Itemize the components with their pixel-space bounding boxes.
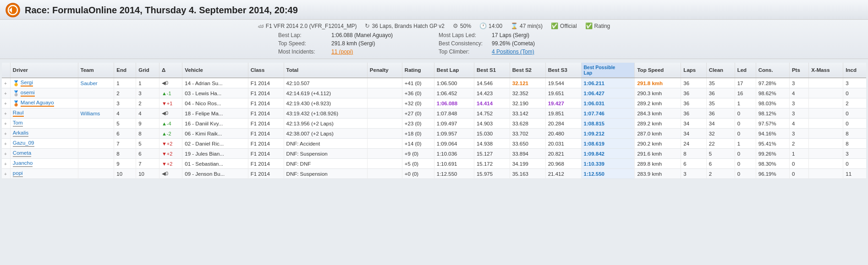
s3-value: 20.968 — [548, 161, 564, 167]
track-icon: ↻ — [365, 22, 370, 29]
expand-button[interactable]: + — [4, 81, 7, 86]
col-driver: Driver — [10, 63, 78, 78]
cons-cell: 95.41% — [756, 139, 789, 149]
driver-name-link[interactable]: osemi — [21, 90, 35, 97]
team-cell: Sauber — [78, 78, 114, 88]
medal-icon: 🥉 — [13, 100, 19, 107]
driver-cell: 🥇 Sergi — [10, 78, 78, 88]
end-cell: 3 — [114, 98, 136, 108]
class-cell: F1 2014 — [248, 78, 284, 88]
delta-cell: ◀0 — [159, 108, 182, 119]
vehicle-cell: 14 - Adrian Su... — [182, 78, 248, 88]
col-total: Total — [284, 63, 367, 78]
top-speed-cell: 287.0 kmh — [635, 129, 681, 139]
expand-cell: + — [2, 88, 10, 98]
expand-button[interactable]: + — [4, 151, 7, 157]
class-cell: F1 2014 — [248, 169, 284, 179]
top-speed-value: 284.3 kmh — [637, 111, 662, 116]
laps-cell: 34 — [681, 129, 706, 139]
expand-cell: + — [2, 98, 10, 108]
end-cell: 7 — [114, 139, 136, 149]
driver-name-link[interactable]: Tom — [13, 120, 23, 127]
incd-cell: 0 — [843, 119, 866, 129]
expand-button[interactable]: + — [4, 172, 7, 177]
pts-cell: 3 — [789, 78, 808, 88]
table-row: + popi 10 10 ◀0 09 - Jenson Bu... F1 201… — [2, 169, 866, 179]
end-cell: 1 — [114, 78, 136, 88]
top-speed-cell: 283.9 kmh — [635, 169, 681, 179]
expand-button[interactable]: + — [4, 162, 7, 167]
driver-name-link[interactable]: Sergi — [21, 80, 33, 87]
expand-button[interactable]: + — [4, 131, 7, 136]
expand-button[interactable]: + — [4, 111, 7, 116]
driver-name-link[interactable]: popi — [13, 170, 23, 177]
top-speed-cell: 291.6 kmh — [635, 149, 681, 159]
driver-name-link[interactable]: Juancho — [13, 160, 33, 167]
xmass-cell — [809, 169, 843, 179]
xmass-cell — [809, 108, 843, 119]
led-cell: 16 — [735, 88, 756, 98]
s2-value: 32.190 — [512, 101, 528, 106]
best-s2-cell: 33.702 — [510, 129, 545, 139]
best-s1-cell: 15.975 — [474, 169, 510, 179]
best-s3-cell: 21.412 — [545, 169, 581, 179]
class-cell: F1 2014 — [248, 159, 284, 169]
best-s3-cell: 19.427 — [545, 98, 581, 108]
table-row: + Raul Williams 4 4 ◀0 18 - Felipe Ma...… — [2, 108, 866, 119]
total-cell: 43:19.432 (+1:08.926) — [284, 108, 367, 119]
col-incd: Incd — [843, 63, 866, 78]
s2-value: 33.142 — [512, 111, 528, 116]
best-lap-value: 1:06.452 — [437, 91, 457, 96]
s3-value: 20.821 — [548, 151, 564, 157]
grid-cell: 1 — [136, 78, 159, 88]
vehicle-cell: 06 - Kimi Raik... — [182, 129, 248, 139]
penalty-cell — [367, 139, 402, 149]
incd-cell: 11 — [843, 169, 866, 179]
delta-down-icon: ▼+2 — [162, 141, 172, 146]
driver-name-link[interactable]: Gazu_09 — [13, 140, 34, 147]
team-cell — [78, 88, 114, 98]
expand-button[interactable]: + — [4, 141, 7, 146]
expand-button[interactable]: + — [4, 101, 7, 106]
top-speed-value: 287.0 kmh — [637, 131, 662, 136]
s1-value: 14.546 — [477, 81, 493, 86]
incd-cell: 3 — [843, 149, 866, 159]
top-speed-cell: 290.3 kmh — [635, 88, 681, 98]
driver-name-link[interactable]: Arkalis — [13, 130, 29, 137]
best-lap-cell: 1:06.088 — [434, 98, 474, 108]
team-name-link[interactable]: Sauber — [81, 81, 98, 86]
medal-icon: 🥇 — [13, 80, 19, 87]
best-possible-cell: 1:08.815 — [581, 119, 635, 129]
vehicle-cell: 03 - Lewis Ha... — [182, 88, 248, 98]
table-row: + 🥇 Sergi Sauber 1 1 ◀0 14 - Adrian Su..… — [2, 78, 866, 88]
results-table-container: Driver Team End Grid Δ Vehicle Class Tot… — [0, 59, 868, 181]
s2-value: 33.650 — [512, 141, 528, 146]
clean-cell: 6 — [706, 159, 735, 169]
best-lap-value: 1:10.691 — [437, 161, 457, 167]
driver-name-link[interactable]: Manel Aguayo — [21, 100, 54, 107]
meta-car: 🏎 F1 VFR 2014 2.0 (VFR_F12014_MP) — [258, 22, 357, 29]
time-icon: 🕐 — [479, 22, 487, 29]
led-cell: 1 — [735, 98, 756, 108]
meta-duration: ⌛ 47 min(s) — [511, 22, 543, 29]
s2-value: 33.894 — [512, 151, 528, 157]
class-cell: F1 2014 — [248, 98, 284, 108]
meta-most-incidents: Most Incidents: 11 (popi) — [274, 48, 434, 56]
penalty-cell — [367, 98, 402, 108]
best-s2-cell: 33.142 — [510, 108, 545, 119]
total-cell: 42:19.430 (+8.923) — [284, 98, 367, 108]
team-name-link[interactable]: Williams — [81, 111, 100, 116]
laps-cell: 3 — [681, 169, 706, 179]
cons-cell: 97.57% — [756, 119, 789, 129]
expand-button[interactable]: + — [4, 121, 7, 126]
end-cell: 2 — [114, 88, 136, 98]
laps-cell: 36 — [681, 88, 706, 98]
driver-name-link[interactable]: Raul — [13, 110, 24, 117]
pts-cell: 4 — [789, 119, 808, 129]
best-s2-cell: 32.121 — [510, 78, 545, 88]
driver-name-link[interactable]: Cometa — [13, 150, 31, 157]
expand-button[interactable]: + — [4, 91, 7, 96]
s2-value: 33.702 — [512, 131, 528, 136]
xmass-cell — [809, 129, 843, 139]
meta-laps-track: ↻ 36 Laps, Brands Hatch GP v2 — [365, 22, 445, 29]
